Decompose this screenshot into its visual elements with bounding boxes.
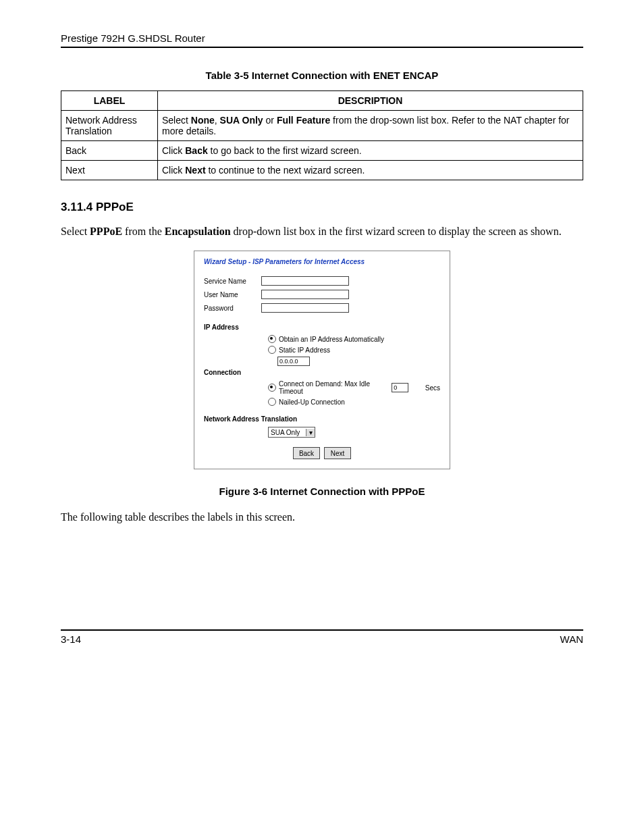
nat-select[interactable]: SUA Only ▾ — [268, 427, 315, 438]
col-description: DESCRIPTION — [158, 91, 583, 111]
table-row: Back Click Back to go back to the first … — [61, 141, 583, 161]
ip-auto-radio[interactable] — [268, 335, 276, 343]
table-row: Network Address Translation Select None,… — [61, 111, 583, 141]
cell-description: Select None, SUA Only or Full Feature fr… — [158, 111, 583, 141]
table-row: Next Click Next to continue to the next … — [61, 161, 583, 180]
static-ip-input[interactable]: 0.0.0.0 — [277, 357, 310, 366]
col-label: LABEL — [61, 91, 158, 111]
section-paragraph: Select PPPoE from the Encapsulation drop… — [61, 224, 583, 240]
user-name-input[interactable] — [261, 290, 349, 299]
conn-nailed-radio[interactable] — [268, 398, 276, 406]
wizard-panel: Wizard Setup - ISP Parameters for Intern… — [194, 251, 450, 469]
service-name-label: Service Name — [204, 278, 261, 285]
password-label: Password — [204, 305, 261, 312]
ip-auto-text: Obtain an IP Address Automatically — [279, 336, 384, 343]
cell-label: Network Address Translation — [61, 111, 158, 141]
idle-timeout-input[interactable]: 0 — [392, 383, 408, 392]
password-input[interactable] — [261, 303, 349, 313]
service-name-input[interactable] — [261, 276, 349, 286]
wizard-title: Wizard Setup - ISP Parameters for Intern… — [204, 258, 440, 265]
page-number: 3-14 — [61, 633, 81, 645]
table-caption: Table 3-5 Internet Connection with ENET … — [61, 70, 583, 81]
chevron-down-icon: ▾ — [306, 429, 315, 436]
user-name-label: User Name — [204, 291, 261, 298]
conn-demand-text: Connect on Demand: Max Idle Timeout — [279, 380, 390, 395]
conn-demand-radio[interactable] — [268, 384, 276, 392]
cell-description: Click Back to go back to the first wizar… — [158, 141, 583, 161]
connection-label: Connection — [204, 369, 261, 376]
conn-nailed-text: Nailed-Up Connection — [279, 398, 345, 406]
ip-static-radio[interactable] — [268, 346, 276, 354]
ip-static-text: Static IP Address — [279, 346, 330, 354]
figure-caption: Figure 3-6 Internet Connection with PPPo… — [61, 486, 583, 497]
page-footer: 3-14 WAN — [61, 629, 583, 645]
cell-label: Back — [61, 141, 158, 161]
next-button[interactable]: Next — [324, 447, 351, 459]
section-heading: 3.11.4 PPPoE — [61, 201, 583, 214]
description-table: LABEL DESCRIPTION Network Address Transl… — [61, 90, 583, 180]
cell-description: Click Next to continue to the next wizar… — [158, 161, 583, 180]
back-button[interactable]: Back — [293, 447, 320, 459]
running-header: Prestige 792H G.SHDSL Router — [61, 32, 583, 48]
footer-section: WAN — [560, 633, 583, 645]
cell-label: Next — [61, 161, 158, 180]
following-paragraph: The following table describes the labels… — [61, 509, 583, 525]
ip-address-label: IP Address — [204, 323, 261, 331]
conn-demand-unit: Secs — [425, 384, 440, 392]
figure-wrapper: Wizard Setup - ISP Parameters for Intern… — [61, 251, 583, 469]
nat-label: Network Address Translation — [204, 415, 297, 423]
